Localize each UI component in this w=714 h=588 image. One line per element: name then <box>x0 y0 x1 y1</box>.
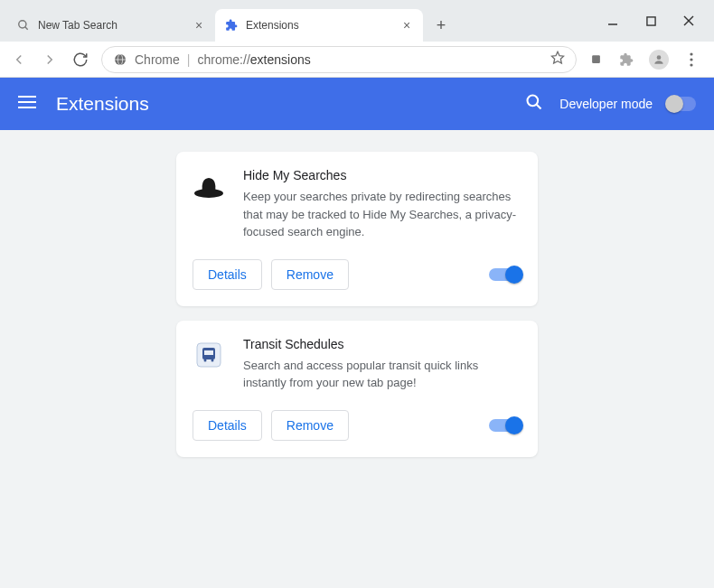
svg-point-16 <box>690 58 692 61</box>
remove-button[interactable]: Remove <box>271 259 349 290</box>
hamburger-menu-icon[interactable] <box>18 96 40 112</box>
forward-button[interactable] <box>40 50 60 70</box>
svg-point-3 <box>19 21 26 28</box>
toolbar: Chrome | chrome://extensions <box>0 42 714 78</box>
window-controls <box>587 0 714 42</box>
omnibox-divider: | <box>187 52 191 67</box>
svg-rect-6 <box>646 16 654 24</box>
minimize-button[interactable] <box>604 12 622 30</box>
close-icon[interactable]: × <box>192 18 206 33</box>
profile-avatar[interactable] <box>649 50 669 70</box>
search-icon <box>16 18 31 33</box>
remove-button[interactable]: Remove <box>271 410 349 441</box>
extension-enable-toggle[interactable] <box>489 419 521 432</box>
svg-rect-13 <box>592 55 600 63</box>
bookmark-star-icon[interactable] <box>550 51 565 68</box>
search-icon[interactable] <box>525 93 543 115</box>
maximize-button[interactable] <box>642 12 660 30</box>
menu-dots-icon[interactable] <box>683 51 700 68</box>
svg-line-22 <box>537 105 541 109</box>
extension-toolbar-icon-2[interactable] <box>618 51 634 68</box>
extension-name: Hide My Searches <box>243 168 521 182</box>
hat-icon <box>193 170 225 202</box>
svg-line-4 <box>25 27 28 30</box>
extension-toolbar-icon[interactable] <box>587 51 604 68</box>
extension-card: Hide My Searches Keep your searches priv… <box>176 152 538 306</box>
extension-card: Transit Schedules Search and access popu… <box>176 321 538 457</box>
svg-point-17 <box>690 63 692 66</box>
bus-icon <box>193 339 225 371</box>
omnibox[interactable]: Chrome | chrome://extensions <box>101 46 577 73</box>
svg-marker-12 <box>551 51 563 63</box>
extensions-header: Extensions Developer mode <box>0 78 714 130</box>
tab-title: New Tab Search <box>38 19 192 32</box>
tab-title: Extensions <box>246 19 399 32</box>
omnibox-browser: Chrome <box>135 52 180 67</box>
developer-mode-toggle[interactable] <box>665 97 696 111</box>
page-title: Extensions <box>56 93 525 115</box>
svg-point-27 <box>204 359 207 361</box>
back-button[interactable] <box>9 50 29 70</box>
toolbar-icons <box>587 50 705 70</box>
extension-description: Keep your searches private by redirectin… <box>243 188 521 241</box>
extension-name: Transit Schedules <box>243 337 521 351</box>
titlebar: New Tab Search × Extensions × + <box>0 0 714 42</box>
extension-icon <box>224 18 239 33</box>
tab-newtabsearch[interactable]: New Tab Search × <box>7 9 215 42</box>
developer-mode-label: Developer mode <box>559 97 653 111</box>
details-button[interactable]: Details <box>193 410 262 441</box>
tabs-container: New Tab Search × Extensions × + <box>0 0 587 42</box>
tab-extensions[interactable]: Extensions × <box>215 9 423 42</box>
svg-point-28 <box>211 359 214 361</box>
reload-button[interactable] <box>70 50 90 70</box>
svg-point-14 <box>657 55 662 60</box>
new-tab-button[interactable]: + <box>428 13 454 38</box>
close-icon[interactable]: × <box>399 18 414 33</box>
extension-enable-toggle[interactable] <box>489 268 521 281</box>
svg-rect-26 <box>204 350 213 355</box>
svg-point-21 <box>528 96 539 107</box>
details-button[interactable]: Details <box>193 259 262 290</box>
globe-icon <box>113 52 127 67</box>
extensions-list: Hide My Searches Keep your searches priv… <box>0 130 714 588</box>
window-close-button[interactable] <box>680 12 698 30</box>
svg-point-15 <box>690 52 692 55</box>
extension-description: Search and access popular transit quick … <box>243 357 521 392</box>
omnibox-url: chrome://extensions <box>197 52 310 67</box>
